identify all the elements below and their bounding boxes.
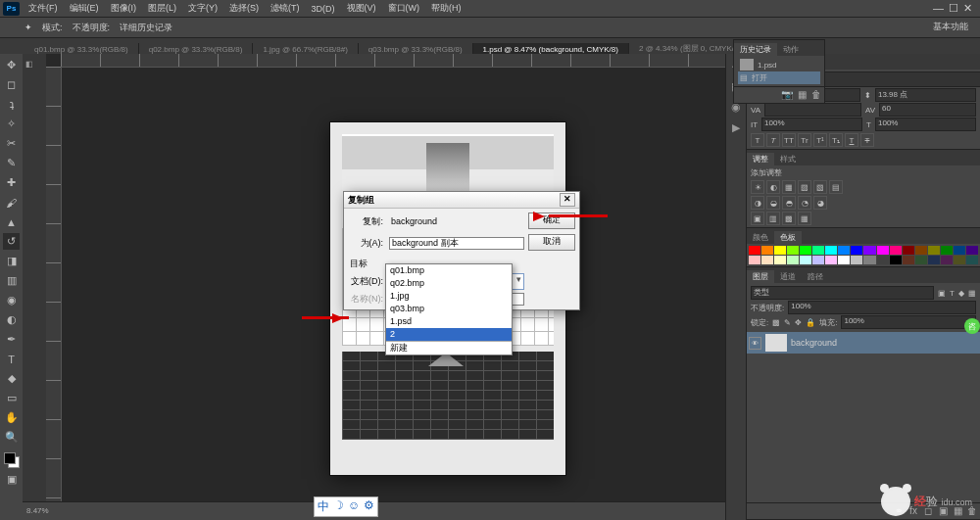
- ime-moon-icon[interactable]: ☽: [333, 498, 344, 515]
- swatch[interactable]: [800, 246, 811, 255]
- swatch[interactable]: [851, 256, 862, 264]
- layer-kind-filter[interactable]: 类型: [751, 286, 934, 300]
- ime-bar[interactable]: 中 ☽ ☺ ⚙: [314, 496, 378, 517]
- eraser-tool-icon[interactable]: ◨: [3, 253, 20, 269]
- swatch[interactable]: [941, 256, 953, 264]
- dodge-tool-icon[interactable]: ◐: [3, 311, 20, 328]
- swatch[interactable]: [915, 246, 927, 255]
- swatch[interactable]: [941, 246, 953, 255]
- swatch[interactable]: [954, 256, 965, 264]
- swatch[interactable]: [774, 256, 786, 264]
- crop-tool-icon[interactable]: ✂: [3, 135, 20, 152]
- swatch[interactable]: [928, 246, 940, 255]
- stamp-tool-icon[interactable]: ▲: [3, 213, 20, 230]
- swatch[interactable]: [787, 256, 799, 264]
- adjust-row3[interactable]: ▣▥▩▦: [751, 212, 976, 225]
- swatch[interactable]: [966, 256, 978, 264]
- collapsed-panel-dock[interactable]: ◧: [23, 54, 47, 504]
- swatch[interactable]: [749, 246, 760, 255]
- menu-filter[interactable]: 滤镜(T): [265, 2, 306, 15]
- swatch[interactable]: [877, 256, 889, 264]
- swatch[interactable]: [825, 256, 837, 264]
- ime-gear-icon[interactable]: ⚙: [364, 498, 374, 515]
- swatch[interactable]: [838, 246, 850, 255]
- type-style-icons[interactable]: TTTTTrT¹T₁TT: [751, 133, 976, 147]
- tab-layers[interactable]: 图层: [747, 270, 774, 283]
- visibility-eye-icon[interactable]: 👁: [749, 337, 761, 350]
- tab-actions[interactable]: 动作: [777, 43, 805, 56]
- ime-lang-icon[interactable]: 中: [318, 498, 329, 515]
- menu-type[interactable]: 文字(Y): [182, 2, 223, 15]
- gradient-tool-icon[interactable]: ▥: [3, 272, 20, 289]
- swatch[interactable]: [903, 256, 914, 264]
- panel-icon[interactable]: ▶: [732, 121, 740, 134]
- menu-file[interactable]: 文件(F): [23, 2, 64, 15]
- window-maximize-icon[interactable]: ☐: [949, 2, 958, 15]
- dropdown-option-highlighted[interactable]: 2: [386, 328, 512, 341]
- swatch[interactable]: [851, 246, 862, 255]
- menu-help[interactable]: 帮助(H): [425, 2, 467, 15]
- menu-select[interactable]: 选择(S): [223, 2, 265, 15]
- menu-layer[interactable]: 图层(L): [142, 2, 182, 15]
- tab-color[interactable]: 颜色: [747, 231, 774, 244]
- dialog-close-button[interactable]: ✕: [560, 193, 575, 207]
- menu-edit[interactable]: 编辑(E): [64, 2, 105, 15]
- menu-window[interactable]: 窗口(W): [382, 2, 426, 15]
- delete-state-icon[interactable]: 🗑: [810, 89, 822, 101]
- new-snapshot-icon[interactable]: 📷: [781, 89, 793, 101]
- swatch[interactable]: [890, 246, 902, 255]
- tab-history[interactable]: 历史记录: [734, 43, 777, 56]
- swatch[interactable]: [928, 256, 940, 264]
- magic-wand-tool-icon[interactable]: ✧: [3, 116, 20, 132]
- history-snapshot[interactable]: 1.psd: [738, 58, 820, 71]
- hscale-field[interactable]: 100%: [875, 118, 976, 131]
- new-doc-icon[interactable]: ▦: [796, 89, 808, 101]
- swatch[interactable]: [800, 256, 811, 264]
- tab-paths[interactable]: 路径: [802, 270, 829, 283]
- document-dropdown-list[interactable]: q01.bmp q02.bmp 1.jpg q03.bmp 1.psd 2 新建: [385, 263, 513, 355]
- adjust-row1[interactable]: ☀◐▦▨▧▤: [751, 180, 976, 194]
- pen-tool-icon[interactable]: ✒: [3, 331, 20, 348]
- leading-field[interactable]: 13.98 点: [875, 88, 976, 102]
- swatch[interactable]: [903, 246, 914, 255]
- window-close-icon[interactable]: ✕: [963, 2, 972, 15]
- dropdown-option[interactable]: 1.jpg: [386, 290, 512, 303]
- swatch[interactable]: [863, 246, 875, 255]
- vscale-field[interactable]: 100%: [761, 118, 862, 131]
- assist-badge-icon[interactable]: 咨: [964, 318, 980, 334]
- swatch[interactable]: [812, 256, 824, 264]
- shape-tool-icon[interactable]: ▭: [3, 390, 20, 406]
- hand-tool-icon[interactable]: ✋: [3, 409, 20, 426]
- tab-channels[interactable]: 通道: [774, 270, 802, 283]
- marquee-tool-icon[interactable]: ◻: [3, 76, 20, 93]
- swatch[interactable]: [812, 246, 824, 255]
- ime-smile-icon[interactable]: ☺: [348, 498, 360, 515]
- dropdown-option-new[interactable]: 新建: [386, 341, 512, 355]
- as-input[interactable]: [389, 237, 524, 250]
- type-tool-icon[interactable]: T: [3, 351, 20, 367]
- brush-tool-icon[interactable]: 🖌: [3, 194, 20, 211]
- tab-styles[interactable]: 样式: [774, 153, 802, 165]
- path-select-tool-icon[interactable]: ◆: [3, 370, 20, 387]
- heal-tool-icon[interactable]: ✚: [3, 174, 20, 191]
- kerning-field[interactable]: [764, 103, 861, 117]
- layer-item[interactable]: 👁 background: [747, 332, 980, 354]
- history-brush-tool-icon[interactable]: ↺: [3, 233, 20, 250]
- tracking-field[interactable]: 60: [879, 103, 976, 117]
- swatch[interactable]: [761, 246, 773, 255]
- dropdown-option[interactable]: q02.bmp: [386, 277, 512, 290]
- history-step[interactable]: ▤打开: [738, 71, 820, 84]
- menu-view[interactable]: 视图(V): [341, 2, 382, 15]
- swatch[interactable]: [877, 246, 889, 255]
- tab-swatches[interactable]: 色板: [774, 231, 802, 244]
- swatch[interactable]: [838, 256, 850, 264]
- swatch[interactable]: [825, 246, 837, 255]
- dropdown-option[interactable]: q03.bmp: [386, 303, 512, 315]
- menu-3d[interactable]: 3D(D): [306, 4, 341, 14]
- fg-bg-swatch[interactable]: [4, 452, 20, 468]
- blur-tool-icon[interactable]: ◉: [3, 292, 20, 308]
- layer-fill-field[interactable]: 100%: [841, 315, 976, 329]
- layer-opacity-field[interactable]: 100%: [788, 301, 976, 314]
- swatch[interactable]: [761, 256, 773, 264]
- zoom-tool-icon[interactable]: 🔍: [3, 429, 20, 446]
